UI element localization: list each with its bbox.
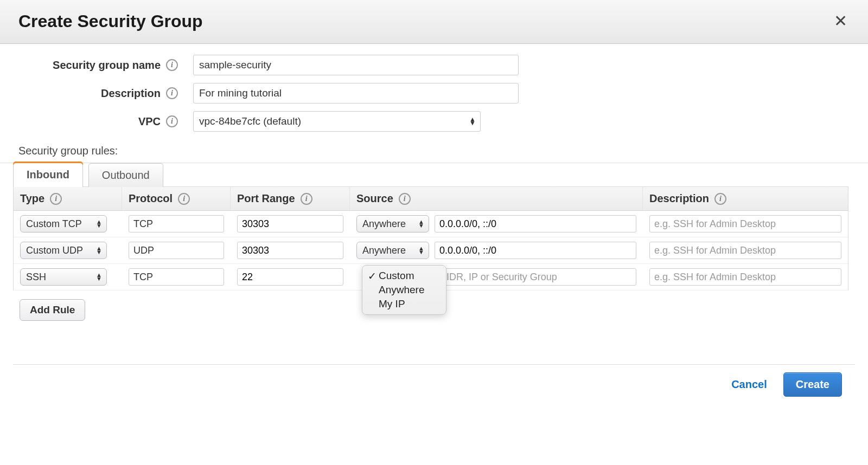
rule-port-input[interactable] xyxy=(237,215,343,232)
rule-protocol xyxy=(129,268,224,286)
rules-table: Typei Protocoli Port Rangei Sourcei Desc… xyxy=(13,186,848,290)
chevron-updown-icon: ▲▼ xyxy=(96,273,102,281)
source-option-my-ip[interactable]: My IP xyxy=(362,297,446,311)
rule-row: Custom UDP ▲▼ Anywhere ▲▼ xyxy=(14,237,848,264)
rule-source-input[interactable] xyxy=(435,215,636,232)
tab-inbound[interactable]: Inbound xyxy=(13,163,83,187)
label-security-group-name: Security group name xyxy=(13,59,161,72)
rules-tabs: Inbound Outbound xyxy=(0,163,868,186)
chevron-updown-icon: ▲▼ xyxy=(96,220,102,228)
chevron-updown-icon: ▲▼ xyxy=(418,247,424,254)
rules-table-header: Typei Protocoli Port Rangei Sourcei Desc… xyxy=(14,187,848,211)
rule-source-select[interactable]: Anywhere ▲▼ xyxy=(356,215,429,232)
info-icon[interactable]: i xyxy=(166,115,178,127)
tab-outbound[interactable]: Outbound xyxy=(88,163,163,187)
rule-protocol xyxy=(129,215,224,232)
description-input[interactable] xyxy=(193,83,519,104)
rule-description-input[interactable] xyxy=(649,215,841,232)
close-icon[interactable]: ✕ xyxy=(832,11,850,31)
chevron-updown-icon: ▲▼ xyxy=(418,220,424,228)
rule-source-input[interactable] xyxy=(435,268,636,286)
col-source: Sourcei xyxy=(350,187,643,210)
security-group-rules-heading: Security group rules: xyxy=(0,145,868,163)
vpc-select[interactable]: vpc-84be7cfc (default) ▲▼ xyxy=(193,111,481,132)
source-dropdown[interactable]: Custom Anywhere My IP xyxy=(362,265,446,315)
label-vpc: VPC xyxy=(13,115,161,128)
rule-protocol xyxy=(129,242,224,259)
col-type: Typei xyxy=(14,187,122,210)
col-protocol: Protocoli xyxy=(122,187,231,210)
rule-port-input[interactable] xyxy=(237,242,343,259)
source-option-custom[interactable]: Custom xyxy=(362,269,446,283)
rule-source-input[interactable] xyxy=(435,242,636,259)
info-icon[interactable]: i xyxy=(301,193,312,205)
info-icon[interactable]: i xyxy=(178,193,190,205)
row-vpc: VPC i vpc-84be7cfc (default) ▲▼ xyxy=(13,111,855,132)
rule-row: Custom TCP ▲▼ Anywhere ▲▼ xyxy=(14,211,848,237)
source-option-anywhere[interactable]: Anywhere xyxy=(362,283,446,297)
label-description: Description xyxy=(13,87,161,100)
info-icon[interactable]: i xyxy=(399,193,411,205)
create-button[interactable]: Create xyxy=(783,372,842,397)
footer-separator xyxy=(13,364,855,365)
row-security-group-name: Security group name i xyxy=(13,55,855,75)
col-port-range: Port Rangei xyxy=(231,187,350,210)
rule-port-input[interactable] xyxy=(237,268,343,286)
rule-type-select[interactable]: Custom UDP ▲▼ xyxy=(20,242,107,259)
rule-description-input[interactable] xyxy=(649,242,841,259)
vpc-select-value: vpc-84be7cfc (default) xyxy=(199,115,301,127)
security-group-name-input[interactable] xyxy=(193,55,519,75)
rule-source-select[interactable]: Anywhere ▲▼ xyxy=(356,242,429,259)
rule-type-select[interactable]: SSH ▲▼ xyxy=(20,268,107,286)
cancel-button[interactable]: Cancel xyxy=(728,378,770,391)
add-rule-button[interactable]: Add Rule xyxy=(20,299,85,321)
info-icon[interactable]: i xyxy=(714,193,726,205)
info-icon[interactable]: i xyxy=(166,59,178,71)
rule-row: SSH ▲▼ Custom ▲▼ Custom Anywhere My IP xyxy=(14,264,848,290)
dialog-footer: Cancel Create xyxy=(0,372,868,418)
info-icon[interactable]: i xyxy=(50,193,62,205)
row-description: Description i xyxy=(13,83,855,104)
dialog-header: Create Security Group ✕ xyxy=(0,0,868,44)
chevron-updown-icon: ▲▼ xyxy=(469,118,476,125)
rule-description-input[interactable] xyxy=(649,268,841,286)
dialog-title: Create Security Group xyxy=(18,11,203,31)
info-icon[interactable]: i xyxy=(166,87,178,99)
form-area: Security group name i Description i VPC … xyxy=(0,44,868,145)
chevron-updown-icon: ▲▼ xyxy=(96,247,102,254)
rule-type-select[interactable]: Custom TCP ▲▼ xyxy=(20,215,107,232)
col-description: Descriptioni xyxy=(643,187,848,210)
